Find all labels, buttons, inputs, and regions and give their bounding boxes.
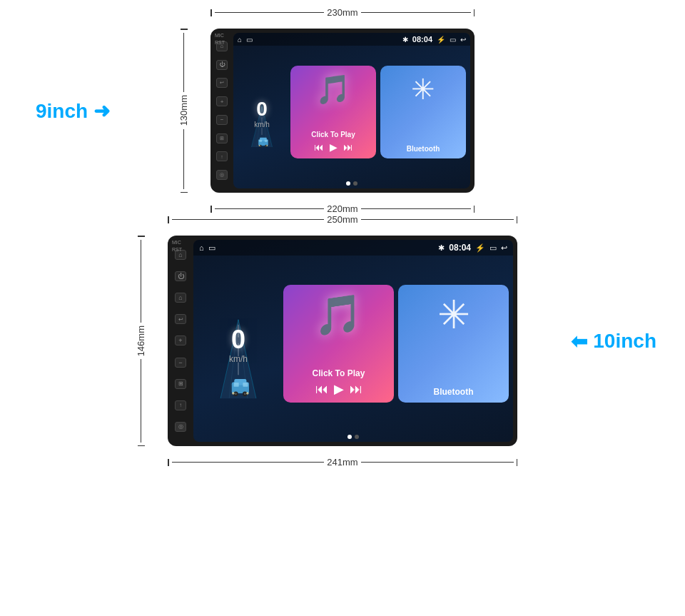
play-btn-10[interactable]: ▶: [334, 381, 344, 397]
music-tile-label-10: Click To Play: [313, 368, 365, 378]
dim-top-label-10: 250mm: [327, 214, 357, 225]
speed-number-10: 0: [231, 327, 245, 353]
line: [361, 12, 471, 14]
svg-rect-28: [234, 383, 239, 387]
line: [361, 219, 514, 221]
btn-power-10[interactable]: ⏻: [175, 271, 186, 281]
tick: [474, 9, 475, 16]
tick: [517, 216, 518, 223]
back-icon-10: ↩: [501, 243, 507, 253]
screen-content-10: 0 km/h: [193, 256, 513, 432]
bt-status-icon: ✱: [402, 36, 408, 44]
speed-display-10: 0 km/h: [229, 323, 248, 364]
dim-top-label: 230mm: [327, 7, 357, 18]
music-tile-label-9: Click To Play: [311, 131, 355, 138]
side-buttons-10: ⌂ ⏻ ⌂ ↩ + − ⊞ ↑ ◎: [168, 240, 193, 442]
signal-icon-10: ⚡: [475, 243, 485, 253]
tick: [181, 192, 188, 193]
back-icon: ↩: [460, 36, 466, 44]
dim-bottom-label: 220mm: [327, 203, 357, 214]
label-9inch: 9inch ➜: [36, 99, 110, 123]
btn-extra-10[interactable]: ↑: [175, 400, 186, 410]
dot-1: [346, 181, 350, 186]
svg-point-32: [235, 393, 237, 395]
dim-left-label-10: 146mm: [136, 325, 146, 356]
status-left-9: ⌂ ▭: [238, 36, 253, 44]
svg-point-17: [266, 145, 268, 146]
bluetooth-icon-9: ✳: [411, 73, 435, 106]
music-note-icon: 🎵: [315, 73, 351, 106]
prev-btn-10[interactable]: ⏮: [315, 382, 328, 397]
bt-tile-label-9: Bluetooth: [407, 145, 440, 153]
window-icon-10: ▭: [489, 243, 497, 253]
btn-home2-10[interactable]: ⌂: [175, 293, 186, 303]
dim-top-10: 250mm: [168, 214, 517, 225]
line: [172, 462, 325, 463]
expand-icon-10: ▭: [208, 243, 215, 253]
screen-10inch: ⌂ ▭ ✱ 08:04 ⚡ ▭ ↩: [193, 240, 513, 442]
home-icon: ⌂: [238, 36, 242, 44]
btn-extra[interactable]: ↑: [216, 151, 228, 161]
btn-power[interactable]: ⏻: [216, 60, 228, 70]
music-controls-9: ⏮ ▶ ⏭: [314, 141, 353, 153]
section-10inch: 250mm 146mm MIC RST: [14, 236, 671, 446]
btn-grid[interactable]: ⊞: [216, 133, 228, 143]
rst-label-10: RST: [172, 247, 182, 252]
btn-back-10[interactable]: ↩: [175, 314, 186, 324]
bt-tile-label-10: Bluetooth: [434, 387, 474, 397]
dim-top-9: 230mm: [210, 7, 475, 18]
next-btn-9[interactable]: ⏭: [343, 141, 353, 153]
btn-nav-10[interactable]: ◎: [175, 422, 186, 432]
window-icon: ▭: [450, 36, 456, 44]
signal-icon: ⚡: [437, 36, 445, 44]
9inch-text: 9inch: [36, 99, 88, 122]
status-time-10: 08:04: [449, 243, 471, 253]
music-tile-10[interactable]: 🎵 Click To Play ⏮ ▶ ⏭: [283, 285, 394, 403]
screen-content-9: 0 km/h: [233, 46, 470, 178]
side-buttons-9: ⌂ ⏻ ↩ + − ⊞ ↑ ◎: [210, 33, 233, 188]
next-btn-10[interactable]: ⏭: [350, 382, 362, 397]
dim-wrapper-10inch: 250mm 146mm MIC RST: [168, 236, 517, 446]
svg-point-16: [259, 145, 260, 146]
dim-left-9: 130mm: [178, 29, 189, 193]
speed-area-10: 0 km/h: [198, 260, 279, 428]
btn-vol-down[interactable]: −: [216, 115, 228, 125]
status-right-10: ✱ 08:04 ⚡ ▭ ↩: [438, 243, 507, 253]
status-time-9: 08:04: [412, 35, 432, 44]
line: [361, 208, 471, 210]
line: [141, 240, 142, 323]
speed-unit-10: km/h: [229, 354, 248, 364]
svg-point-34: [232, 392, 235, 395]
car-unit-10inch: MIC RST ⌂ ⏻ ⌂ ↩ + − ⊞ ↑ ◎: [168, 236, 517, 446]
line: [172, 219, 325, 221]
music-note-icon-10: 🎵: [314, 292, 363, 338]
btn-back[interactable]: ↩: [216, 78, 228, 88]
btn-grid-10[interactable]: ⊞: [175, 379, 186, 389]
btn-vol-up[interactable]: +: [216, 96, 228, 106]
svg-rect-10: [259, 140, 262, 142]
status-bar-10: ⌂ ▭ ✱ 08:04 ⚡ ▭ ↩: [193, 240, 513, 256]
dim-bottom-label-10: 241mm: [327, 457, 357, 468]
bluetooth-tile-10[interactable]: ✳ Bluetooth: [398, 285, 509, 403]
btn-vol-down-10[interactable]: −: [175, 358, 186, 368]
dim-bottom-9: 220mm: [210, 203, 475, 214]
tick: [138, 236, 145, 237]
bluetooth-icon-10: ✳: [437, 292, 470, 338]
play-btn-9[interactable]: ▶: [330, 141, 338, 153]
svg-point-35: [246, 392, 249, 395]
tick: [474, 206, 475, 213]
btn-nav[interactable]: ◎: [216, 170, 228, 180]
btn-vol-up-10[interactable]: +: [175, 335, 186, 345]
dim-left-label: 130mm: [178, 95, 189, 126]
speed-unit-9: km/h: [254, 121, 270, 128]
tick: [168, 459, 169, 466]
music-tile-9[interactable]: 🎵 Click To Play ⏮ ▶ ⏭: [290, 66, 376, 158]
svg-rect-29: [243, 383, 248, 387]
tick: [168, 216, 169, 223]
prev-btn-9[interactable]: ⏮: [314, 141, 324, 153]
dot-1-10: [347, 435, 352, 439]
bluetooth-tile-9[interactable]: ✳ Bluetooth: [380, 66, 466, 158]
arrow-right-icon: ➜: [93, 99, 110, 123]
label-10inch: ⬅ 10inch: [571, 329, 656, 353]
tick: [181, 29, 188, 30]
